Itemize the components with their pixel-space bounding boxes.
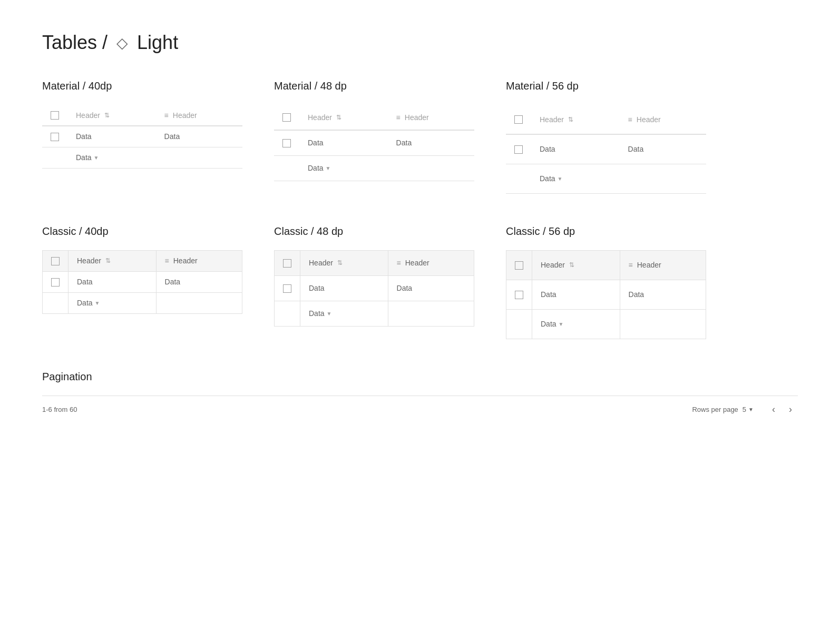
sort-icon: ⇅: [105, 257, 111, 264]
header-checkbox[interactable]: [51, 257, 60, 265]
pagination-title: Pagination: [42, 371, 798, 383]
data-cell: [620, 164, 706, 193]
classic-tables-row: Classic / 40dp Header ⇅ ≡ Header: [42, 225, 798, 339]
chevron-down-icon[interactable]: ▼: [327, 311, 332, 317]
header-checkbox[interactable]: [514, 115, 523, 124]
row-checkbox-cell: [43, 292, 69, 313]
section-classic-48: Classic / 48 dp Header ⇅ ≡ Header: [274, 225, 474, 339]
chevron-down-icon[interactable]: ▼: [95, 300, 100, 306]
header-cell-2[interactable]: ≡ Header: [156, 250, 242, 271]
pagination-section: Pagination 1-6 from 60 Rows per page 5 ▼…: [42, 371, 798, 417]
section-material-56: Material / 56 dp Header ⇅ ≡ Header: [506, 80, 706, 194]
header-cell-2[interactable]: ≡ Header: [620, 105, 706, 134]
rows-per-page-chevron[interactable]: ▼: [748, 407, 754, 412]
sort-header-1: Header ⇅: [541, 261, 574, 269]
sort-header-2: ≡ Header: [629, 261, 661, 269]
header-checkbox-cell: [43, 250, 69, 271]
subtitle-text: Light: [137, 32, 178, 54]
header-checkbox[interactable]: [282, 113, 291, 122]
table-row: Data Data: [43, 271, 242, 292]
data-cell: [620, 309, 706, 339]
header-cell-1[interactable]: Header ⇅: [531, 105, 620, 134]
table-row: Data ▼: [275, 301, 474, 326]
pagination-right: Rows per page 5 ▼ ‹ ›: [692, 402, 798, 417]
sort-icon: ⇅: [337, 259, 343, 266]
data-cell: Data: [299, 130, 388, 155]
header-checkbox[interactable]: [515, 261, 523, 270]
pagination-range: 1-6 from 60: [42, 406, 77, 413]
sort-header-2: ≡ Header: [165, 256, 198, 265]
header-cell-1[interactable]: Header ⇅: [67, 105, 156, 126]
prev-page-button[interactable]: ‹: [766, 402, 781, 417]
table-classic-48: Header ⇅ ≡ Header Data Data: [274, 250, 474, 327]
sort-icon: ⇅: [104, 112, 110, 119]
row-checkbox[interactable]: [515, 291, 523, 299]
table-row: Data ▼: [42, 147, 242, 168]
data-cell: Data: [388, 130, 474, 155]
header-checkbox[interactable]: [51, 111, 59, 120]
sort-header-2: ≡ Header: [628, 115, 661, 124]
header-cell-2[interactable]: ≡ Header: [620, 250, 706, 280]
data-cell: Data ▼: [299, 155, 388, 181]
section-title-classic-56: Classic / 56 dp: [506, 225, 706, 238]
header-checkbox[interactable]: [283, 259, 291, 268]
section-material-48: Material / 48 dp Header ⇅ ≡ Header: [274, 80, 474, 194]
chevron-down-icon[interactable]: ▼: [558, 176, 563, 182]
table-row: Header ⇅ ≡ Header: [43, 250, 242, 271]
data-cell: [156, 147, 242, 168]
rows-per-page-select[interactable]: 5 ▼: [743, 406, 754, 413]
table-row: Data ▼: [506, 309, 706, 339]
header-cell-1[interactable]: Header ⇅: [69, 250, 157, 271]
chevron-down-icon[interactable]: ▼: [559, 321, 564, 327]
material-tables-row: Material / 40dp Header ⇅ ≡ Header: [42, 80, 798, 194]
filter-icon: ≡: [397, 259, 401, 267]
header-cell-1[interactable]: Header ⇅: [300, 250, 388, 275]
sort-header-2: ≡ Header: [396, 113, 429, 122]
sort-header-1: Header ⇅: [77, 256, 111, 265]
row-checkbox-cell: [274, 130, 299, 155]
sort-header-1: Header ⇅: [540, 115, 573, 124]
row-checkbox[interactable]: [282, 139, 291, 147]
rows-per-page-label: Rows per page: [692, 406, 738, 413]
row-checkbox[interactable]: [283, 284, 291, 293]
data-cell: Data ▼: [300, 301, 388, 326]
row-checkbox[interactable]: [514, 145, 523, 154]
row-checkbox[interactable]: [51, 278, 60, 287]
header-cell-2[interactable]: ≡ Header: [388, 105, 474, 130]
row-checkbox-cell: [274, 155, 299, 181]
table-material-40: Header ⇅ ≡ Header Data Data: [42, 105, 242, 169]
data-cell: Data: [69, 271, 157, 292]
data-cell: Data: [388, 275, 474, 301]
filter-icon: ≡: [396, 113, 401, 122]
section-classic-56: Classic / 56 dp Header ⇅ ≡ Header: [506, 225, 706, 339]
header-cell-1[interactable]: Header ⇅: [532, 250, 620, 280]
data-cell: Data: [156, 271, 242, 292]
section-title-classic-48: Classic / 48 dp: [274, 225, 474, 238]
pagination-bar: 1-6 from 60 Rows per page 5 ▼ ‹ ›: [42, 396, 798, 417]
data-cell: [388, 301, 474, 326]
pagination-nav: ‹ ›: [766, 402, 798, 417]
data-cell: Data: [300, 275, 388, 301]
data-cell: Data ▼: [67, 147, 156, 168]
table-row: Data ▼: [43, 292, 242, 313]
row-checkbox[interactable]: [51, 133, 59, 141]
chevron-down-icon[interactable]: ▼: [94, 155, 99, 161]
header-checkbox-cell: [506, 105, 531, 134]
chevron-down-icon[interactable]: ▼: [326, 165, 331, 171]
table-material-56: Header ⇅ ≡ Header Data Data: [506, 105, 706, 194]
section-title-classic-40: Classic / 40dp: [42, 225, 242, 238]
section-classic-40: Classic / 40dp Header ⇅ ≡ Header: [42, 225, 242, 339]
header-cell-2[interactable]: ≡ Header: [388, 250, 474, 275]
header-cell-1[interactable]: Header ⇅: [299, 105, 388, 130]
data-cell: Data: [532, 280, 620, 309]
sort-icon: ⇅: [569, 261, 574, 269]
table-row: Data ▼: [274, 155, 474, 181]
row-checkbox-cell: [506, 134, 531, 164]
table-row: Header ⇅ ≡ Header: [506, 250, 706, 280]
sort-icon: ⇅: [336, 114, 341, 121]
data-cell: [156, 292, 242, 313]
section-title-material-48: Material / 48 dp: [274, 80, 474, 92]
header-cell-2[interactable]: ≡ Header: [156, 105, 242, 126]
data-cell: Data ▼: [531, 164, 620, 193]
next-page-button[interactable]: ›: [783, 402, 798, 417]
